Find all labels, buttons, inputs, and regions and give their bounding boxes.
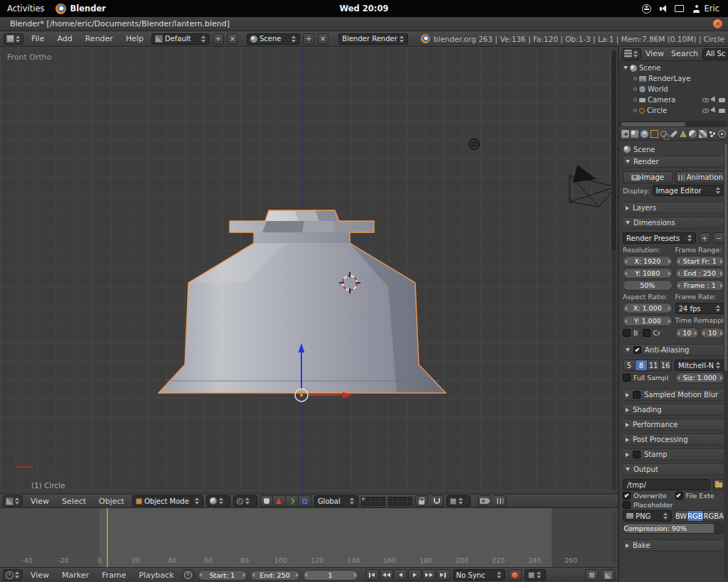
frame-end-field[interactable]: End: 250 [250, 570, 300, 581]
tab-physics[interactable] [717, 129, 727, 139]
auto-keyframe-button[interactable] [508, 569, 522, 581]
panel-stamp-header[interactable]: Stamp [622, 448, 725, 460]
pivot-point-selector[interactable] [233, 495, 257, 507]
panel-render-header[interactable]: Render [622, 156, 725, 168]
full-sample-checkbox[interactable]: Full Sampl [623, 372, 673, 383]
file-format-selector[interactable]: PNG [623, 510, 672, 522]
display-mode-selector[interactable]: Image Editor [653, 185, 724, 196]
user-menu[interactable]: Eric [692, 4, 719, 14]
tab-scene[interactable] [631, 129, 640, 139]
insert-keyframe-button[interactable] [585, 569, 599, 581]
visibility-eye-icon[interactable] [702, 109, 709, 113]
viewport-scrollbar[interactable] [611, 50, 616, 490]
frame-rate-selector[interactable]: 24 fps [675, 303, 725, 314]
menu-playback[interactable]: Playback [134, 568, 178, 582]
tab-particles[interactable] [708, 129, 717, 139]
panel-bake-header[interactable]: Bake [622, 539, 725, 551]
outliner-item-circle[interactable]: Circle [619, 105, 728, 116]
tab-texture[interactable] [698, 129, 707, 139]
editor-type-button[interactable] [3, 569, 23, 581]
manipulator-toggle-button[interactable] [260, 495, 273, 507]
current-frame-field[interactable]: 1 [303, 570, 358, 581]
previous-keyframe-button[interactable] [380, 569, 393, 581]
menu-help[interactable]: Help [121, 31, 149, 46]
motion-blur-checkbox[interactable] [633, 391, 641, 399]
outliner-item-scene[interactable]: Scene [619, 63, 728, 73]
add-scene-button[interactable]: + [303, 33, 314, 45]
frame-step-field[interactable]: Frame : 1 [675, 280, 725, 291]
render-engine-selector[interactable]: Blender Render [338, 33, 408, 45]
outliner-item-world[interactable]: World [619, 84, 728, 95]
aspect-y-field[interactable]: Y: 1.000 [623, 316, 673, 326]
tab-object[interactable] [650, 129, 659, 139]
aa-filter-selector[interactable]: Mitchell-N [675, 360, 724, 371]
playhead[interactable] [107, 508, 108, 567]
visibility-eye-icon[interactable] [702, 98, 709, 102]
panel-dimensions-header[interactable]: Dimensions [622, 217, 725, 229]
color-mode-bw-button[interactable]: BW [675, 510, 687, 522]
color-mode-rgba-button[interactable]: RGBA [704, 510, 724, 522]
aa-samples-5-button[interactable]: 5 [623, 360, 636, 371]
menu-select[interactable]: Select [57, 495, 91, 507]
resolution-y-field[interactable]: Y: 1080 [623, 268, 673, 279]
placeholder-checkbox[interactable]: Placeholder [623, 501, 673, 509]
aspect-x-field[interactable]: X: 1.000 [623, 303, 673, 313]
editor-type-button[interactable] [4, 33, 23, 45]
resolution-percentage-field[interactable]: 50% [623, 280, 673, 291]
clock[interactable]: Wed 20:09 [340, 4, 389, 14]
browse-output-button[interactable] [713, 479, 724, 490]
render-image-button[interactable]: Image [623, 171, 673, 183]
transform-orientation-selector[interactable]: Global [314, 495, 358, 507]
lock-to-scene-button[interactable] [415, 495, 428, 507]
blender-launcher[interactable]: Blender [55, 4, 105, 14]
editor-type-button[interactable] [621, 48, 641, 60]
panel-shading-header[interactable]: Shading [622, 404, 725, 416]
renderability-camera-icon[interactable] [719, 98, 725, 102]
close-scene-button[interactable]: × [317, 33, 328, 45]
mode-selector[interactable]: Object Mode [132, 495, 203, 507]
panel-layers-header[interactable]: Layers [622, 202, 725, 214]
add-preset-button[interactable]: + [699, 232, 710, 244]
close-layout-button[interactable]: × [227, 33, 238, 45]
tab-modifiers[interactable] [669, 129, 678, 139]
stamp-checkbox[interactable] [633, 451, 641, 458]
screen-layout-selector[interactable]: Default [151, 33, 210, 45]
outliner-display-filter[interactable]: All Sc [702, 48, 728, 60]
tab-constraints[interactable] [660, 129, 669, 139]
outliner-item-camera[interactable]: Camera [619, 95, 728, 105]
file-extensions-checkbox[interactable]: File Exte [675, 492, 725, 500]
crop-checkbox[interactable]: Cr [643, 328, 661, 338]
menu-view[interactable]: View [26, 568, 54, 582]
scene-selector[interactable]: Scene [247, 33, 300, 45]
sync-mode-selector[interactable]: No Sync [453, 569, 505, 581]
render-animation-button[interactable] [493, 495, 506, 507]
compression-slider[interactable]: Compression: 90% [623, 523, 724, 534]
timeline-editor[interactable]: -40 -20 0 20 40 60 80 100 120 140 160 18… [0, 508, 618, 567]
panel-anti-aliasing-header[interactable]: Anti-Aliasing [622, 344, 725, 356]
menu-add[interactable]: Add [52, 31, 77, 46]
viewport-shading-selector[interactable] [206, 495, 230, 507]
delete-keyframe-button[interactable] [601, 569, 615, 581]
tab-material[interactable] [688, 129, 697, 139]
frame-start-field[interactable]: Start: 1 [198, 570, 247, 581]
viewport-3d[interactable]: Front Ortho (1) Circle [0, 47, 618, 494]
menu-view[interactable]: View [26, 495, 54, 507]
menu-render[interactable]: Render [80, 31, 118, 46]
lamp-object[interactable] [469, 139, 479, 149]
add-layout-button[interactable]: + [213, 33, 224, 45]
play-reverse-button[interactable] [394, 569, 407, 581]
anti-aliasing-checkbox[interactable] [633, 346, 641, 354]
render-animation-button[interactable]: Animation [675, 171, 725, 183]
menu-file[interactable]: File [26, 31, 49, 46]
menu-frame[interactable]: Frame [97, 568, 131, 582]
panel-post-processing-header[interactable]: Post Processing [622, 433, 725, 446]
render-still-button[interactable] [478, 495, 491, 507]
properties-scrollbar[interactable] [724, 142, 728, 579]
frame-end-field[interactable]: End : 250 [675, 268, 725, 279]
snap-toggle-button[interactable] [431, 495, 444, 507]
frame-start-field[interactable]: Start Fr: 1 [675, 256, 725, 266]
outliner-scrollbar[interactable] [619, 121, 728, 127]
remove-preset-button[interactable]: − [713, 232, 724, 244]
activities-button[interactable]: Activities [7, 4, 44, 14]
tab-world[interactable] [640, 129, 649, 139]
